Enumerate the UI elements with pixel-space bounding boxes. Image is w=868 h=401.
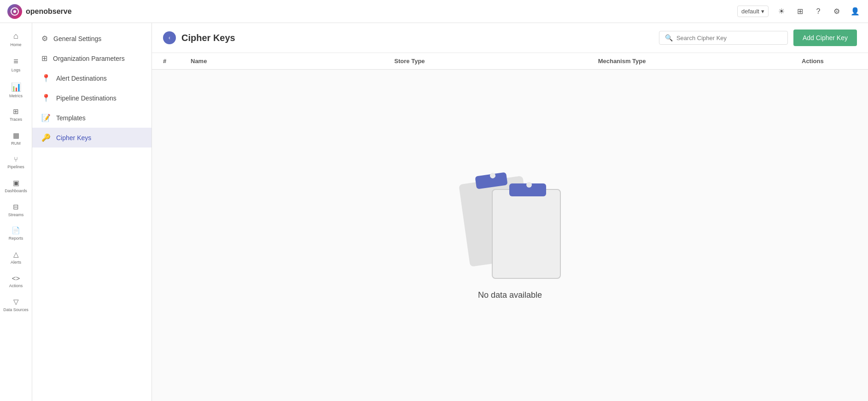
sidebar-label-alerts: Alerts: [11, 260, 21, 265]
col-name: Name: [191, 58, 394, 65]
logs-icon: ≡: [13, 57, 18, 66]
sidebar-item-traces[interactable]: ⊞ Traces: [0, 103, 32, 127]
settings-label-pipeline-dest: Pipeline Destinations: [56, 94, 117, 102]
sidebar-label-streams: Streams: [8, 212, 24, 218]
apps-icon[interactable]: ⊞: [794, 6, 805, 17]
icon-sidebar: ⌂ Home ≡ Logs 📊 Metrics ⊞ Traces ▦ RUM ⑂…: [0, 23, 32, 401]
sidebar-item-streams[interactable]: ⊟ Streams: [0, 198, 32, 222]
settings-label-alert-dest: Alert Destinations: [56, 75, 107, 82]
app-logo: [7, 4, 22, 19]
settings-item-org-params[interactable]: ⊞ Organization Parameters: [32, 48, 151, 68]
user-avatar[interactable]: 👤: [850, 6, 861, 17]
table-header: # Name Store Type Mechanism Type Actions: [152, 53, 868, 70]
sidebar-label-data-sources: Data Sources: [3, 307, 29, 313]
settings-label-general: General Settings: [53, 35, 101, 42]
clipboard-front: [492, 189, 561, 279]
empty-state: No data available: [152, 70, 868, 401]
main-layout: ⌂ Home ≡ Logs 📊 Metrics ⊞ Traces ▦ RUM ⑂…: [0, 23, 868, 401]
alerts-icon: △: [13, 250, 19, 259]
settings-item-cipher-keys[interactable]: 🔑 Cipher Keys: [32, 128, 151, 147]
traces-icon: ⊞: [13, 107, 19, 116]
settings-item-templates[interactable]: 📝 Templates: [32, 108, 151, 128]
actions-icon: <>: [12, 274, 20, 282]
templates-icon: 📝: [41, 113, 51, 122]
sidebar-item-rum[interactable]: ▦ RUM: [0, 127, 32, 151]
add-cipher-key-button[interactable]: Add Cipher Key: [793, 29, 857, 46]
settings-label-org-params: Organization Parameters: [53, 55, 125, 62]
sidebar-item-metrics[interactable]: 📊 Metrics: [0, 77, 32, 103]
col-number: #: [163, 58, 191, 65]
app-name: openobserve: [26, 7, 72, 16]
search-input[interactable]: [676, 35, 782, 41]
sidebar-item-actions[interactable]: <> Actions: [0, 270, 32, 293]
topbar: openobserve default ▾ ☀ ⊞ ? ⚙ 👤: [0, 0, 868, 23]
dashboards-icon: ▣: [13, 179, 19, 187]
svg-point-1: [13, 10, 16, 13]
data-sources-icon: ▽: [13, 298, 19, 306]
settings-item-pipeline-dest[interactable]: 📍 Pipeline Destinations: [32, 88, 151, 108]
search-icon: 🔍: [665, 34, 673, 41]
org-selector[interactable]: default ▾: [737, 6, 769, 17]
cipher-keys-icon: 🔑: [41, 133, 51, 142]
reports-icon: 📄: [12, 226, 20, 235]
col-mechanism-type: Mechanism Type: [598, 58, 802, 65]
pipelines-icon: ⑂: [14, 155, 18, 163]
theme-icon[interactable]: ☀: [776, 6, 787, 17]
sidebar-label-logs: Logs: [12, 68, 21, 73]
rum-icon: ▦: [13, 131, 19, 140]
col-actions: Actions: [802, 58, 857, 65]
sidebar-item-pipelines[interactable]: ⑂ Pipelines: [0, 151, 32, 174]
empty-message: No data available: [478, 290, 542, 300]
topbar-right: default ▾ ☀ ⊞ ? ⚙ 👤: [737, 6, 861, 17]
sidebar-label-rum: RUM: [11, 141, 21, 146]
home-icon: ⌂: [13, 31, 18, 41]
clipboard-front-circle: [526, 182, 532, 188]
col-store-type: Store Type: [394, 58, 598, 65]
content-area: ‹ Cipher Keys 🔍 Add Cipher Key # Name St…: [152, 23, 868, 401]
sidebar-item-reports[interactable]: 📄 Reports: [0, 222, 32, 246]
sidebar-label-pipelines: Pipelines: [7, 165, 24, 170]
org-name: default: [741, 8, 759, 15]
content-header: ‹ Cipher Keys 🔍 Add Cipher Key: [152, 23, 868, 53]
settings-item-general[interactable]: ⚙ General Settings: [32, 29, 151, 48]
sidebar-item-home[interactable]: ⌂ Home: [0, 27, 32, 52]
sidebar-item-alerts[interactable]: △ Alerts: [0, 246, 32, 270]
settings-item-alert-dest[interactable]: 📍 Alert Destinations: [32, 68, 151, 88]
search-wrapper: 🔍: [659, 31, 788, 45]
topbar-left: openobserve: [7, 4, 72, 19]
alert-dest-icon: 📍: [41, 74, 51, 83]
settings-sidebar: ⚙ General Settings ⊞ Organization Parame…: [32, 23, 152, 401]
settings-icon[interactable]: ⚙: [831, 6, 842, 17]
sidebar-label-dashboards: Dashboards: [5, 189, 27, 194]
general-settings-icon: ⚙: [41, 34, 48, 43]
sidebar-label-actions: Actions: [9, 283, 23, 289]
sidebar-label-metrics: Metrics: [9, 94, 23, 99]
page-title: Cipher Keys: [181, 33, 653, 43]
streams-icon: ⊟: [13, 203, 19, 211]
settings-label-cipher-keys: Cipher Keys: [56, 134, 91, 142]
settings-label-templates: Templates: [56, 114, 86, 122]
collapse-button[interactable]: ‹: [163, 31, 176, 44]
metrics-icon: 📊: [11, 82, 21, 92]
sidebar-item-dashboards[interactable]: ▣ Dashboards: [0, 174, 32, 198]
sidebar-item-data-sources[interactable]: ▽ Data Sources: [0, 293, 32, 317]
empty-illustration: [460, 171, 561, 281]
help-icon[interactable]: ?: [813, 6, 824, 17]
sidebar-item-logs[interactable]: ≡ Logs: [0, 52, 32, 77]
sidebar-label-traces: Traces: [10, 117, 22, 122]
sidebar-label-reports: Reports: [9, 236, 23, 241]
sidebar-label-home: Home: [10, 42, 21, 47]
pipeline-dest-icon: 📍: [41, 94, 51, 102]
org-params-icon: ⊞: [41, 54, 47, 63]
chevron-down-icon: ▾: [761, 8, 764, 15]
